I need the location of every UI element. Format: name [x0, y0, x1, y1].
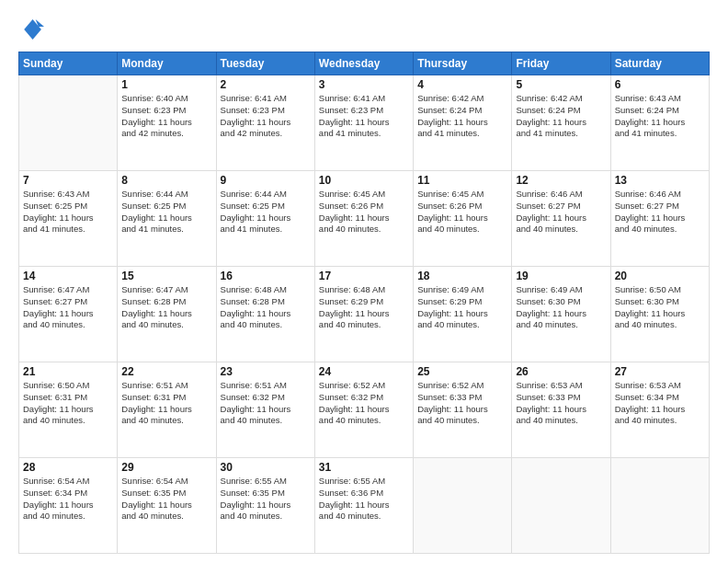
day-number: 4	[417, 78, 507, 91]
day-number: 1	[121, 78, 211, 91]
day-number: 18	[417, 270, 507, 282]
day-number: 24	[319, 365, 409, 378]
day-info: Sunrise: 6:45 AM Sunset: 6:26 PM Dayligh…	[319, 189, 409, 236]
day-info: Sunrise: 6:40 AM Sunset: 6:23 PM Dayligh…	[121, 93, 211, 140]
day-number: 23	[221, 365, 311, 378]
calendar-header-row: SundayMondayTuesdayWednesdayThursdayFrid…	[19, 52, 710, 75]
day-number: 30	[221, 461, 311, 474]
day-header-friday: Friday	[512, 52, 610, 75]
calendar-cell: 12Sunrise: 6:46 AM Sunset: 6:27 PM Dayli…	[512, 171, 610, 267]
day-number: 8	[121, 174, 211, 187]
calendar-cell	[610, 458, 709, 554]
calendar-cell: 21Sunrise: 6:50 AM Sunset: 6:31 PM Dayli…	[19, 362, 118, 458]
calendar-cell: 8Sunrise: 6:44 AM Sunset: 6:25 PM Daylig…	[118, 171, 216, 267]
day-number: 2	[221, 78, 311, 91]
day-info: Sunrise: 6:53 AM Sunset: 6:34 PM Dayligh…	[615, 380, 705, 427]
calendar-cell: 13Sunrise: 6:46 AM Sunset: 6:27 PM Dayli…	[610, 171, 709, 267]
calendar-cell: 26Sunrise: 6:53 AM Sunset: 6:33 PM Dayli…	[512, 362, 610, 458]
day-info: Sunrise: 6:47 AM Sunset: 6:27 PM Dayligh…	[23, 284, 113, 331]
day-info: Sunrise: 6:44 AM Sunset: 6:25 PM Dayligh…	[121, 189, 211, 236]
day-info: Sunrise: 6:43 AM Sunset: 6:24 PM Dayligh…	[615, 93, 705, 140]
day-number: 27	[615, 365, 705, 378]
calendar-cell: 1Sunrise: 6:40 AM Sunset: 6:23 PM Daylig…	[118, 75, 216, 171]
day-info: Sunrise: 6:45 AM Sunset: 6:26 PM Dayligh…	[417, 189, 507, 236]
day-info: Sunrise: 6:49 AM Sunset: 6:29 PM Dayligh…	[417, 284, 507, 331]
header	[18, 17, 710, 42]
day-number: 15	[121, 270, 211, 282]
calendar-cell: 19Sunrise: 6:49 AM Sunset: 6:30 PM Dayli…	[512, 267, 610, 362]
day-number: 6	[615, 78, 705, 91]
calendar-week-row: 21Sunrise: 6:50 AM Sunset: 6:31 PM Dayli…	[19, 362, 710, 458]
day-header-wednesday: Wednesday	[314, 52, 413, 75]
day-info: Sunrise: 6:46 AM Sunset: 6:27 PM Dayligh…	[516, 189, 606, 236]
day-header-saturday: Saturday	[610, 52, 709, 75]
day-info: Sunrise: 6:44 AM Sunset: 6:25 PM Dayligh…	[221, 189, 311, 236]
day-info: Sunrise: 6:55 AM Sunset: 6:35 PM Dayligh…	[221, 476, 311, 523]
day-info: Sunrise: 6:42 AM Sunset: 6:24 PM Dayligh…	[417, 93, 507, 140]
calendar-cell: 15Sunrise: 6:47 AM Sunset: 6:28 PM Dayli…	[118, 267, 216, 362]
day-number: 11	[417, 174, 507, 187]
calendar-cell: 25Sunrise: 6:52 AM Sunset: 6:33 PM Dayli…	[414, 362, 512, 458]
day-number: 14	[23, 270, 113, 282]
calendar-cell: 14Sunrise: 6:47 AM Sunset: 6:27 PM Dayli…	[19, 267, 118, 362]
calendar-cell: 20Sunrise: 6:50 AM Sunset: 6:30 PM Dayli…	[610, 267, 709, 362]
day-number: 9	[221, 174, 311, 187]
calendar-cell: 23Sunrise: 6:51 AM Sunset: 6:32 PM Dayli…	[216, 362, 314, 458]
day-number: 22	[121, 365, 211, 378]
day-number: 12	[516, 174, 606, 187]
day-info: Sunrise: 6:42 AM Sunset: 6:24 PM Dayligh…	[516, 93, 606, 140]
day-info: Sunrise: 6:55 AM Sunset: 6:36 PM Dayligh…	[319, 476, 409, 523]
day-number: 26	[516, 365, 606, 378]
calendar-cell: 6Sunrise: 6:43 AM Sunset: 6:24 PM Daylig…	[610, 75, 709, 171]
day-number: 10	[319, 174, 409, 187]
day-info: Sunrise: 6:50 AM Sunset: 6:30 PM Dayligh…	[615, 284, 705, 331]
calendar-week-row: 1Sunrise: 6:40 AM Sunset: 6:23 PM Daylig…	[19, 75, 710, 171]
calendar-cell: 16Sunrise: 6:48 AM Sunset: 6:28 PM Dayli…	[216, 267, 314, 362]
day-info: Sunrise: 6:41 AM Sunset: 6:23 PM Dayligh…	[319, 93, 409, 140]
day-header-thursday: Thursday	[414, 52, 512, 75]
calendar-cell: 30Sunrise: 6:55 AM Sunset: 6:35 PM Dayli…	[216, 458, 314, 554]
day-info: Sunrise: 6:48 AM Sunset: 6:28 PM Dayligh…	[221, 284, 311, 331]
day-info: Sunrise: 6:43 AM Sunset: 6:25 PM Dayligh…	[23, 189, 113, 236]
calendar-cell: 18Sunrise: 6:49 AM Sunset: 6:29 PM Dayli…	[414, 267, 512, 362]
day-number: 3	[319, 78, 409, 91]
day-info: Sunrise: 6:53 AM Sunset: 6:33 PM Dayligh…	[516, 380, 606, 427]
calendar-cell: 28Sunrise: 6:54 AM Sunset: 6:34 PM Dayli…	[19, 458, 118, 554]
day-info: Sunrise: 6:54 AM Sunset: 6:35 PM Dayligh…	[121, 476, 211, 523]
calendar-cell: 29Sunrise: 6:54 AM Sunset: 6:35 PM Dayli…	[118, 458, 216, 554]
calendar-cell	[512, 458, 610, 554]
day-info: Sunrise: 6:52 AM Sunset: 6:33 PM Dayligh…	[417, 380, 507, 427]
day-number: 20	[615, 270, 705, 282]
day-number: 7	[23, 174, 113, 187]
logo	[18, 17, 48, 42]
day-number: 25	[417, 365, 507, 378]
calendar-cell	[414, 458, 512, 554]
calendar-cell: 5Sunrise: 6:42 AM Sunset: 6:24 PM Daylig…	[512, 75, 610, 171]
logo-icon	[18, 17, 44, 42]
calendar-cell: 4Sunrise: 6:42 AM Sunset: 6:24 PM Daylig…	[414, 75, 512, 171]
day-info: Sunrise: 6:48 AM Sunset: 6:29 PM Dayligh…	[319, 284, 409, 331]
day-number: 19	[516, 270, 606, 282]
calendar-cell: 22Sunrise: 6:51 AM Sunset: 6:31 PM Dayli…	[118, 362, 216, 458]
calendar-cell: 9Sunrise: 6:44 AM Sunset: 6:25 PM Daylig…	[216, 171, 314, 267]
day-number: 28	[23, 461, 113, 474]
day-info: Sunrise: 6:51 AM Sunset: 6:31 PM Dayligh…	[121, 380, 211, 427]
calendar-cell: 2Sunrise: 6:41 AM Sunset: 6:23 PM Daylig…	[216, 75, 314, 171]
day-number: 29	[121, 461, 211, 474]
calendar-cell: 24Sunrise: 6:52 AM Sunset: 6:32 PM Dayli…	[314, 362, 413, 458]
day-header-tuesday: Tuesday	[216, 52, 314, 75]
day-info: Sunrise: 6:50 AM Sunset: 6:31 PM Dayligh…	[23, 380, 113, 427]
day-header-monday: Monday	[118, 52, 216, 75]
day-number: 31	[319, 461, 409, 474]
day-number: 21	[23, 365, 113, 378]
calendar-cell	[19, 75, 118, 171]
day-info: Sunrise: 6:47 AM Sunset: 6:28 PM Dayligh…	[121, 284, 211, 331]
day-info: Sunrise: 6:46 AM Sunset: 6:27 PM Dayligh…	[615, 189, 705, 236]
calendar-cell: 27Sunrise: 6:53 AM Sunset: 6:34 PM Dayli…	[610, 362, 709, 458]
day-info: Sunrise: 6:49 AM Sunset: 6:30 PM Dayligh…	[516, 284, 606, 331]
day-info: Sunrise: 6:51 AM Sunset: 6:32 PM Dayligh…	[221, 380, 311, 427]
day-header-sunday: Sunday	[19, 52, 118, 75]
calendar-table: SundayMondayTuesdayWednesdayThursdayFrid…	[18, 52, 710, 554]
day-number: 16	[221, 270, 311, 282]
day-info: Sunrise: 6:54 AM Sunset: 6:34 PM Dayligh…	[23, 476, 113, 523]
